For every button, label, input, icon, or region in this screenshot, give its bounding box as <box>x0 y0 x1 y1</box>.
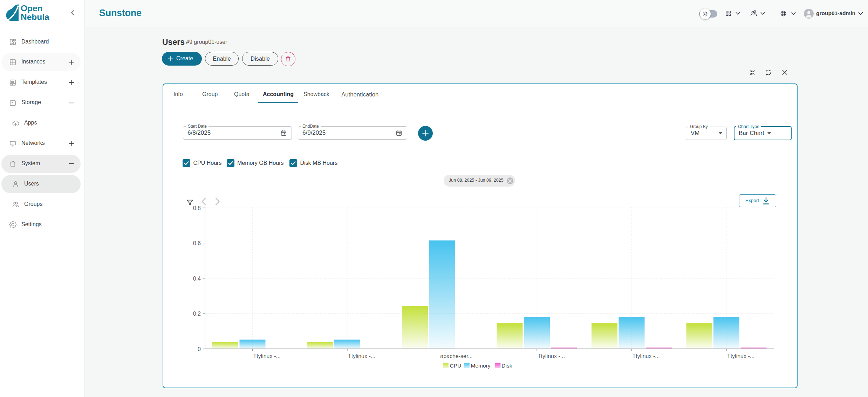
svg-text:Disk: Disk <box>501 363 512 369</box>
svg-text:Nebula: Nebula <box>21 12 49 22</box>
svg-text:Open: Open <box>21 4 43 13</box>
svg-text:0: 0 <box>198 346 201 352</box>
svg-text:Memory: Memory <box>471 363 491 369</box>
svg-text:Ttylinux -...: Ttylinux -... <box>348 353 375 359</box>
svg-text:CPU: CPU <box>450 363 462 369</box>
svg-text:Ttylinux -...: Ttylinux -... <box>727 353 754 359</box>
svg-text:0.4: 0.4 <box>193 276 201 282</box>
svg-text:Ttylinux -...: Ttylinux -... <box>253 353 280 359</box>
svg-text:0.8: 0.8 <box>193 205 201 211</box>
svg-text:Ttylinux -...: Ttylinux -... <box>632 353 659 359</box>
svg-text:0.6: 0.6 <box>193 240 201 246</box>
svg-text:apache-ser...: apache-ser... <box>440 353 473 359</box>
svg-text:0.2: 0.2 <box>193 311 201 317</box>
svg-text:Ttylinux -...: Ttylinux -... <box>538 353 565 359</box>
